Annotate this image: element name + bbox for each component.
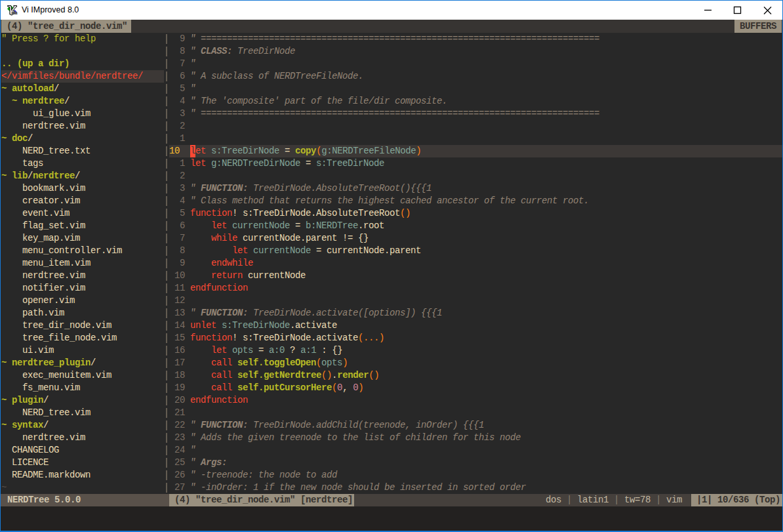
svg-text:im: im (12, 9, 18, 16)
